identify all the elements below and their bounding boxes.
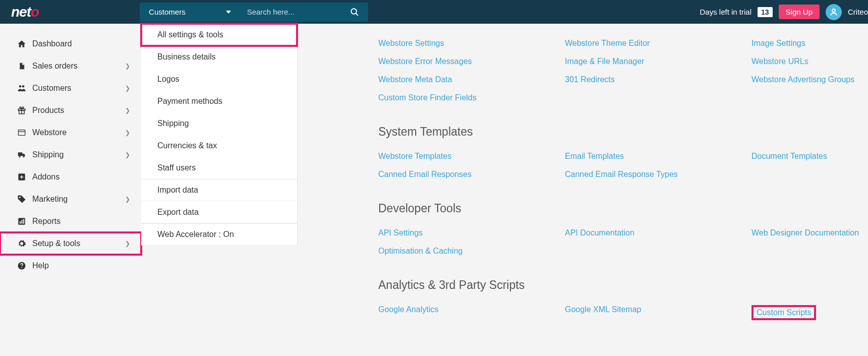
sidebar-item-webstore[interactable]: Webstore❯ bbox=[0, 122, 141, 144]
link-google-analytics[interactable]: Google Analytics bbox=[378, 305, 565, 320]
svg-point-4 bbox=[22, 85, 25, 88]
chevron-right-icon: ❯ bbox=[125, 85, 130, 92]
search-category-label: Customers bbox=[149, 8, 186, 16]
signup-button[interactable]: Sign Up bbox=[779, 5, 820, 19]
sidebar-item-sales-orders[interactable]: Sales orders❯ bbox=[0, 55, 141, 77]
trial-days-badge: 13 bbox=[758, 7, 773, 17]
svg-line-1 bbox=[356, 13, 358, 16]
link-canned-email-response-types[interactable]: Canned Email Response Types bbox=[565, 170, 751, 179]
sidebar-item-customers[interactable]: Customers❯ bbox=[0, 77, 141, 99]
svg-point-12 bbox=[19, 197, 21, 198]
section-title: Developer Tools bbox=[378, 202, 868, 215]
submenu-item-import-data[interactable]: Import data bbox=[141, 179, 297, 201]
sidebar-item-dashboard[interactable]: Dashboard bbox=[0, 33, 141, 55]
gift-icon bbox=[15, 106, 28, 115]
sidebar-item-addons[interactable]: Addons bbox=[0, 166, 141, 188]
link-webstore-error-messages[interactable]: Webstore Error Messages bbox=[378, 57, 565, 66]
submenu-item-payment-methods[interactable]: Payment methods bbox=[141, 90, 297, 112]
submenu-item-logos[interactable]: Logos bbox=[141, 68, 297, 90]
link-webstore-theme-editor[interactable]: Webstore Theme Editor bbox=[565, 39, 751, 48]
link-api-documentation[interactable]: API Documentation bbox=[565, 228, 751, 238]
submenu-item-staff-users[interactable]: Staff users bbox=[141, 157, 297, 179]
search-input[interactable] bbox=[240, 8, 341, 16]
sidebar-item-label: Customers bbox=[32, 84, 71, 93]
sidebar-item-shipping[interactable]: Shipping❯ bbox=[0, 144, 141, 166]
link-api-settings[interactable]: API Settings bbox=[378, 228, 565, 238]
sidebar-item-label: Dashboard bbox=[32, 39, 72, 48]
link-optimisation-caching[interactable]: Optimisation & Caching bbox=[378, 247, 565, 256]
empty-cell bbox=[751, 170, 868, 179]
settings-submenu: All settings & toolsBusiness detailsLogo… bbox=[141, 24, 298, 246]
submenu-item-all-settings-tools[interactable]: All settings & tools bbox=[141, 24, 297, 46]
sidebar-item-setup-tools[interactable]: Setup & tools❯ bbox=[0, 232, 141, 255]
link-grid: Webstore TemplatesEmail TemplatesDocumen… bbox=[378, 152, 868, 179]
link-email-templates[interactable]: Email Templates bbox=[565, 152, 751, 161]
submenu-item-web-accelerator-on[interactable]: Web Accelerator : On bbox=[141, 223, 297, 246]
empty-cell bbox=[565, 93, 751, 102]
link-document-templates[interactable]: Document Templates bbox=[751, 152, 868, 161]
submenu-item-currencies-tax[interactable]: Currencies & tax bbox=[141, 135, 297, 157]
sidebar-item-label: Products bbox=[32, 106, 64, 115]
search-icon bbox=[350, 8, 359, 17]
link-image-settings[interactable]: Image Settings bbox=[751, 39, 868, 48]
truck-icon bbox=[15, 151, 28, 159]
link--redirects[interactable]: 301 Redirects bbox=[565, 75, 751, 84]
sidebar-item-label: Setup & tools bbox=[32, 239, 80, 248]
link-webstore-urls[interactable]: Webstore URLs bbox=[751, 57, 868, 66]
browser-icon bbox=[15, 129, 28, 137]
link-webstore-advertisng-groups[interactable]: Webstore Advertisng Groups bbox=[751, 75, 868, 84]
svg-point-10 bbox=[23, 156, 25, 157]
link-custom-scripts[interactable]: Custom Scripts bbox=[751, 305, 868, 320]
user-name[interactable]: Criteo bbox=[848, 8, 868, 16]
svg-point-18 bbox=[21, 267, 22, 268]
link-webstore-settings[interactable]: Webstore Settings bbox=[378, 39, 565, 48]
empty-cell bbox=[565, 247, 751, 256]
submenu-item-business-details[interactable]: Business details bbox=[141, 46, 297, 68]
link-webstore-meta-data[interactable]: Webstore Meta Data bbox=[378, 75, 565, 84]
logo[interactable]: neto bbox=[11, 4, 39, 20]
sidebar-item-reports[interactable]: Reports bbox=[0, 210, 141, 232]
top-header: neto Customers Days left in trial 13 Sig… bbox=[0, 0, 868, 24]
submenu-item-label: Export data bbox=[157, 208, 199, 217]
sidebar-item-products[interactable]: Products❯ bbox=[0, 99, 141, 122]
svg-point-0 bbox=[351, 9, 357, 14]
sidebar-item-label: Webstore bbox=[32, 128, 67, 137]
sidebar-item-label: Help bbox=[32, 261, 49, 270]
link-custom-store-finder-fields[interactable]: Custom Store Finder Fields bbox=[378, 93, 565, 102]
sidebar-item-help[interactable]: Help bbox=[0, 255, 141, 277]
submenu-item-label: Business details bbox=[157, 52, 216, 62]
link-google-xml-sitemap[interactable]: Google XML Sitemap bbox=[565, 305, 751, 320]
submenu-item-label: All settings & tools bbox=[157, 30, 223, 39]
tag-icon bbox=[15, 195, 28, 204]
search-bar: Customers bbox=[140, 3, 368, 22]
submenu-item-label: Shipping bbox=[157, 119, 189, 128]
link-web-designer-documentation[interactable]: Web Designer Documentation bbox=[751, 228, 868, 238]
search-category-dropdown[interactable]: Customers bbox=[140, 8, 240, 16]
svg-rect-7 bbox=[18, 130, 25, 136]
link-grid: API SettingsAPI DocumentationWeb Designe… bbox=[378, 228, 868, 256]
svg-rect-15 bbox=[21, 220, 22, 223]
chevron-right-icon: ❯ bbox=[125, 151, 130, 158]
svg-point-2 bbox=[832, 9, 835, 12]
home-icon bbox=[15, 39, 28, 48]
sidebar-item-label: Reports bbox=[32, 217, 61, 226]
link-image-file-manager[interactable]: Image & File Manager bbox=[565, 57, 751, 66]
submenu-item-export-data[interactable]: Export data bbox=[141, 201, 297, 223]
sidebar-item-label: Addons bbox=[32, 172, 60, 182]
search-button[interactable] bbox=[341, 8, 368, 17]
person-icon bbox=[829, 8, 838, 17]
avatar[interactable] bbox=[826, 4, 842, 20]
link-webstore-templates[interactable]: Webstore Templates bbox=[378, 152, 565, 161]
caret-down-icon bbox=[226, 11, 231, 14]
question-icon bbox=[15, 261, 28, 270]
main-content: Webstore SettingsWebstore Theme EditorIm… bbox=[298, 24, 868, 343]
chevron-right-icon: ❯ bbox=[125, 196, 130, 203]
submenu-item-shipping[interactable]: Shipping bbox=[141, 112, 297, 135]
svg-point-3 bbox=[19, 85, 22, 88]
sidebar-item-label: Shipping bbox=[32, 150, 64, 159]
chart-icon bbox=[15, 217, 28, 225]
submenu-item-label: Staff users bbox=[157, 163, 196, 172]
trial-label: Days left in trial bbox=[700, 8, 751, 16]
sidebar-item-marketing[interactable]: Marketing❯ bbox=[0, 188, 141, 210]
link-canned-email-responses[interactable]: Canned Email Responses bbox=[378, 170, 565, 179]
